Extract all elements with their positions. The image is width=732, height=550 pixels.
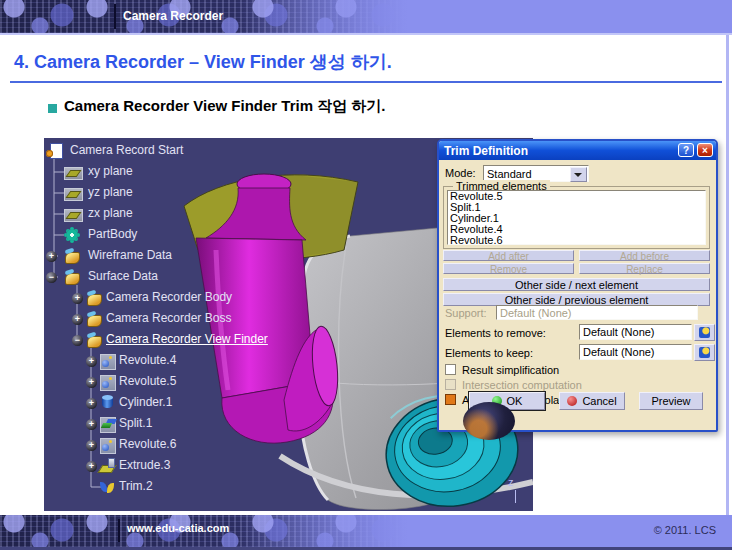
tree-item-camera-recorder-view-finder[interactable]: −Camera Recorder View Finder: [44, 331, 344, 350]
tree-item-xy-plane[interactable]: xy plane: [44, 163, 344, 182]
tree-item-wireframe-data[interactable]: +Wireframe Data: [44, 247, 344, 266]
multi-select-icon[interactable]: [694, 344, 715, 361]
tree-item-revolute-4[interactable]: +Revolute.4: [44, 352, 344, 371]
tree-item-camera-recorder-body[interactable]: +Camera Recorder Body: [44, 289, 344, 308]
z-axis-indicator: z: [508, 476, 514, 488]
footer-bar: [0, 515, 732, 550]
feature-tree[interactable]: Camera Record Startxy planeyz planezx pl…: [44, 138, 344, 511]
tree-item-partbody[interactable]: PartBody: [44, 226, 344, 245]
tree-item-extrude-3[interactable]: +Extrude.3: [44, 457, 344, 476]
surf-icon: [64, 248, 80, 264]
tree-item-label: Extrude.3: [119, 458, 170, 472]
tree-item-label: Revolute.6: [119, 437, 176, 451]
add-after-button[interactable]: Add after: [443, 250, 574, 261]
slide: Camera Recorder 4. Camera Recorder – Vie…: [0, 0, 732, 550]
add-before-button[interactable]: Add before: [579, 250, 710, 261]
tree-item-split-1[interactable]: +Split.1: [44, 415, 344, 434]
tree-item-trim-2[interactable]: Trim.2: [44, 478, 344, 497]
page-title: 4. Camera Recorder – View Finder 생성 하기.: [14, 50, 392, 74]
tree-item-revolute-6[interactable]: +Revolute.6: [44, 436, 344, 455]
collapse-icon[interactable]: −: [46, 272, 57, 283]
help-icon[interactable]: ?: [678, 143, 694, 157]
plane-icon: [64, 164, 80, 180]
expand-icon[interactable]: +: [46, 251, 57, 262]
checkbox-box[interactable]: [445, 394, 456, 405]
tree-item-label: Camera Record Start: [70, 143, 183, 157]
preview-button[interactable]: Preview: [639, 392, 703, 410]
tree-item-label: yz plane: [88, 185, 133, 199]
checkbox-label: Intersection computation: [462, 379, 582, 391]
expand-icon[interactable]: +: [86, 419, 97, 430]
tree-item-camera-record-start[interactable]: Camera Record Start: [44, 142, 344, 161]
tree-item-label: Camera Recorder Boss: [106, 311, 231, 325]
title-underline: [10, 81, 722, 83]
tree-item-revolute-5[interactable]: +Revolute.5: [44, 373, 344, 392]
expand-icon[interactable]: +: [86, 398, 97, 409]
ext-icon: [100, 458, 116, 474]
tree-item-surface-data[interactable]: −Surface Data: [44, 268, 344, 287]
multi-select-icon[interactable]: [694, 324, 715, 341]
tree-item-label: PartBody: [88, 227, 137, 241]
other-side-next-button[interactable]: Other side / next element: [443, 278, 710, 291]
checkbox-intersection-computation: Intersection computation: [445, 379, 705, 392]
expand-icon[interactable]: +: [86, 377, 97, 388]
elements-to-remove-label: Elements to remove:: [445, 327, 546, 339]
list-item[interactable]: Revolute.5: [448, 191, 705, 202]
trimmed-elements-list[interactable]: Revolute.5Split.1Cylinder.1Revolute.4Rev…: [447, 190, 706, 245]
checkbox-result-simplification[interactable]: Result simplification: [445, 364, 705, 377]
checkbox-box[interactable]: [445, 364, 456, 375]
mode-value: Standard: [487, 168, 532, 180]
tree-item-label: zx plane: [88, 206, 133, 220]
elements-to-remove-field[interactable]: Default (None): [579, 324, 692, 340]
chevron-down-icon[interactable]: [570, 167, 587, 182]
remove-button[interactable]: Remove: [443, 263, 574, 274]
slide-right-edge: [726, 35, 729, 515]
list-item[interactable]: Revolute.6: [448, 235, 705, 245]
surf-icon: [64, 269, 80, 285]
ok-label: OK: [507, 395, 523, 407]
tree-item-label: Revolute.4: [119, 353, 176, 367]
surf-icon: [86, 332, 102, 348]
replace-button[interactable]: Replace: [579, 263, 710, 274]
cancel-icon: [567, 396, 577, 406]
support-field[interactable]: Default (None): [496, 305, 698, 320]
elements-to-keep-field[interactable]: Default (None): [579, 344, 692, 360]
rev-icon: [100, 353, 116, 369]
expand-icon[interactable]: +: [86, 356, 97, 367]
bullet-square-icon: [48, 104, 57, 113]
footer-site: www.edu-catia.com: [127, 522, 229, 534]
surf-icon: [86, 311, 102, 327]
checkbox-box: [445, 379, 456, 390]
tree-item-cylinder-1[interactable]: +Cylinder.1: [44, 394, 344, 413]
trim-definition-dialog: Trim Definition ? × Mode: Standard Trimm…: [437, 139, 718, 432]
tree-item-label: Revolute.5: [119, 374, 176, 388]
tree-item-label: Cylinder.1: [119, 395, 172, 409]
expand-icon[interactable]: +: [72, 293, 83, 304]
dialog-body: Mode: Standard Trimmed elements Revolute…: [439, 160, 716, 414]
tree-item-camera-recorder-boss[interactable]: +Camera Recorder Boss: [44, 310, 344, 329]
close-icon[interactable]: ×: [697, 143, 713, 157]
tree-item-label: Surface Data: [88, 269, 158, 283]
header-bar: [0, 0, 732, 35]
dialog-title: Trim Definition: [444, 144, 528, 158]
plane-icon: [64, 185, 80, 201]
cyl-icon: [100, 395, 116, 411]
footer-pattern-fade: [240, 515, 430, 547]
expand-icon[interactable]: +: [86, 440, 97, 451]
elements-to-keep-label: Elements to keep:: [445, 347, 533, 359]
rev-icon: [100, 437, 116, 453]
dialog-titlebar[interactable]: Trim Definition ? ×: [439, 141, 716, 160]
tree-item-yz-plane[interactable]: yz plane: [44, 184, 344, 203]
cancel-label: Cancel: [582, 395, 616, 407]
mode-label: Mode:: [445, 167, 476, 179]
partbody-icon: [64, 227, 80, 243]
footer-copyright: © 2011. LCS: [654, 524, 716, 536]
tree-item-zx-plane[interactable]: zx plane: [44, 205, 344, 224]
tree-item-label: Camera Recorder Body: [106, 290, 232, 304]
expand-icon[interactable]: +: [72, 314, 83, 325]
collapse-icon[interactable]: −: [72, 335, 83, 346]
expand-icon[interactable]: +: [86, 461, 97, 472]
surf-icon: [86, 290, 102, 306]
cancel-button[interactable]: Cancel: [559, 392, 625, 410]
tree-item-label: Camera Recorder View Finder: [106, 332, 268, 346]
